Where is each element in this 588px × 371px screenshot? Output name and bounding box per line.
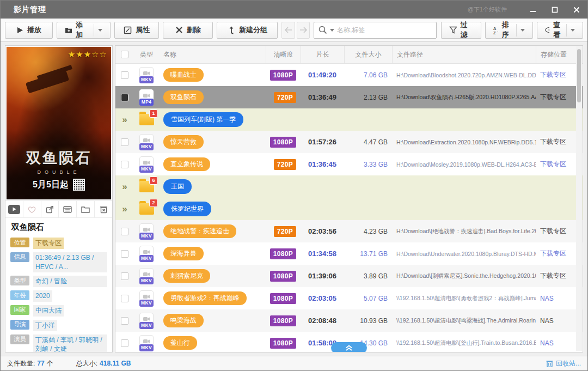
add-button[interactable]: 添加 — [57, 22, 111, 39]
nav-back-button[interactable] — [281, 22, 295, 39]
folder-name-cell: 王国 — [159, 179, 536, 194]
movie-name-pill[interactable]: 釜山行 — [163, 336, 197, 350]
close-button[interactable] — [566, 1, 587, 19]
maximize-button[interactable] — [544, 1, 566, 19]
column-header-6[interactable]: 文件路径 — [392, 46, 536, 63]
properties-button[interactable]: 属性 — [114, 22, 159, 39]
open-external-button[interactable] — [41, 201, 59, 217]
scrollbar-thumb[interactable] — [577, 49, 581, 102]
expand-cell: » — [115, 114, 134, 125]
column-header-1[interactable]: 类型 — [134, 46, 159, 63]
table-row[interactable]: MKV深海异兽1080P01:34:5813.71 GBH:\Download\… — [115, 242, 583, 265]
delete-movie-button[interactable] — [95, 201, 112, 217]
expand-chevron-icon[interactable]: » — [122, 114, 127, 125]
expand-chevron-icon[interactable]: » — [122, 204, 127, 215]
view-button[interactable]: 查看 — [537, 22, 583, 39]
table-row[interactable]: MKV绝地战警：疾速追击720P02:03:564.23 GBH:\Downlo… — [115, 220, 583, 242]
row-checkbox[interactable] — [121, 161, 128, 168]
sort-dropdown-caret[interactable] — [516, 24, 525, 37]
table-row[interactable]: MKV鸣梁海战1080P02:08:4810.93 GB\\192.168.1.… — [115, 309, 583, 332]
row-checkbox[interactable] — [121, 250, 128, 258]
folder-row[interactable]: »2侏罗纪世界 — [115, 198, 583, 220]
expand-chevron-icon[interactable]: » — [122, 181, 127, 192]
nav-forward-button[interactable] — [297, 22, 310, 39]
storage-location-link[interactable]: 下载专区 — [540, 249, 566, 258]
search-dropdown-caret[interactable] — [330, 29, 334, 32]
row-checkbox[interactable] — [121, 295, 128, 302]
table-row[interactable]: MKV喋血战士1080P01:49:207.06 GBH:\Download\B… — [115, 64, 583, 86]
folder-name-pill[interactable]: 侏罗纪世界 — [163, 202, 211, 216]
duration-cell: 02:03:56 — [301, 227, 344, 235]
row-checkbox[interactable] — [121, 138, 128, 146]
play-button[interactable]: 播放 — [5, 22, 53, 39]
storage-location-link[interactable]: 下载专区 — [540, 137, 566, 147]
movie-name-pill[interactable]: 惊天营救 — [163, 135, 204, 149]
new-group-button[interactable]: 新建分组 — [217, 22, 278, 39]
movie-name-pill[interactable]: 深海异兽 — [163, 247, 204, 260]
table-row[interactable]: MKV刺猬索尼克1080P01:39:063.89 GBH:\Download\… — [115, 265, 583, 287]
storage-location-link[interactable]: 下载专区 — [540, 70, 566, 80]
favorite-button[interactable] — [23, 201, 41, 217]
row-checkbox[interactable] — [121, 272, 128, 280]
storage-location-link[interactable]: 下载专区 — [540, 160, 566, 169]
table-row[interactable]: MP4双鱼陨石720P01:36:492.13 GBH:\Download\双鱼… — [115, 86, 583, 108]
storage-location-link[interactable]: 下载专区 — [540, 271, 566, 281]
select-all-checkbox[interactable] — [121, 51, 128, 58]
column-header-4[interactable]: 片长 — [301, 46, 344, 63]
movie-name-pill[interactable]: 双鱼陨石 — [163, 90, 204, 104]
movie-name-pill[interactable]: 直立象传说 — [163, 157, 210, 171]
add-dropdown-caret[interactable] — [94, 24, 102, 37]
checkbox-cell — [115, 317, 134, 325]
table-row[interactable]: MKV直立象传说720P01:36:453.33 GBH:\Download\M… — [115, 153, 583, 175]
detail-row: 演员丁溪鹤 / 李凯 / 郭晓明 / 刘頔 / 文婕 — [10, 334, 107, 352]
name-cell: 双鱼陨石 — [159, 90, 266, 104]
storage-location-link[interactable]: 下载专区 — [540, 227, 566, 236]
back-arrow-icon — [284, 26, 293, 34]
watermark-text: @下1个好软件 — [468, 5, 507, 14]
movie-name-pill[interactable]: 刺猬索尼克 — [163, 269, 210, 283]
star-rating[interactable]: ★★★☆☆ — [68, 50, 107, 59]
folder-row[interactable]: »6王国 — [115, 175, 583, 198]
details-button[interactable] — [59, 201, 77, 217]
sort-button[interactable]: AZ 排序 — [485, 22, 533, 39]
filter-button[interactable]: 过滤 — [441, 22, 481, 39]
storage-location-link[interactable]: NAS — [540, 339, 554, 347]
play-movie-button[interactable] — [5, 201, 23, 217]
movie-name-pill[interactable]: 绝地战警：疾速追击 — [163, 224, 236, 238]
table-row[interactable]: MKV惊天营救1080P01:57:264.47 GBH:\Download\E… — [115, 131, 583, 153]
table-row[interactable]: MKV勇敢者游戏2：再战巅峰1080P02:03:055.07 GB\\192.… — [115, 287, 583, 309]
movie-poster[interactable]: ★★★☆☆ 双鱼陨石 DOUBLE 5月5日起 — [7, 47, 111, 199]
scroll-to-top-button[interactable] — [331, 342, 367, 352]
row-checkbox[interactable] — [121, 94, 128, 101]
minimize-button[interactable] — [522, 1, 544, 19]
delete-button[interactable]: 删除 — [163, 22, 213, 39]
column-header-3[interactable]: 清晰度 — [266, 46, 301, 63]
open-folder-button[interactable] — [77, 201, 95, 217]
folder-name-pill[interactable]: 雪国列车(剧版) 第一季 — [163, 112, 243, 127]
row-checkbox[interactable] — [121, 228, 128, 235]
row-checkbox[interactable] — [121, 71, 128, 79]
folder-icon-cell: 2 — [134, 203, 159, 215]
duration-cell: 01:39:06 — [301, 272, 344, 280]
movie-name-pill[interactable]: 勇敢者游戏2：再战巅峰 — [163, 291, 247, 305]
movie-name-pill[interactable]: 鸣梁海战 — [163, 314, 204, 327]
storage-location-link[interactable]: 下载专区 — [540, 93, 566, 102]
view-dropdown-caret[interactable] — [566, 24, 575, 37]
type-cell: MKV — [134, 134, 159, 150]
search-input[interactable] — [337, 26, 432, 34]
details-list-icon — [63, 206, 72, 213]
storage-location-link[interactable]: NAS — [540, 295, 554, 302]
recycle-bin-button[interactable]: 回收站... — [546, 359, 581, 368]
movie-name-pill[interactable]: 喋血战士 — [163, 68, 204, 82]
table-scrollbar[interactable] — [576, 46, 582, 351]
folder-row[interactable]: »1雪国列车(剧版) 第一季 — [115, 108, 583, 131]
row-checkbox[interactable] — [121, 317, 128, 325]
column-header-2[interactable]: 名称 — [159, 46, 266, 63]
row-checkbox[interactable] — [121, 339, 128, 347]
search-box[interactable] — [314, 22, 437, 39]
storage-location-link[interactable]: NAS — [540, 317, 554, 325]
folder-name-pill[interactable]: 王国 — [163, 179, 192, 194]
column-header-5[interactable]: 文件大小 — [344, 46, 392, 63]
sort-az-icon: AZ — [493, 26, 498, 34]
duration-cell: 01:57:26 — [301, 138, 344, 146]
